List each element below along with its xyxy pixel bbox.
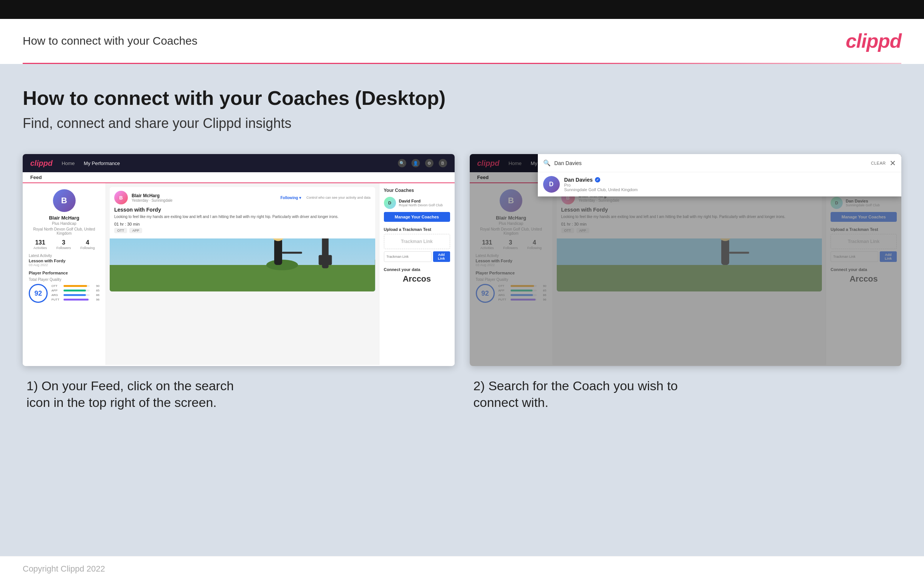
user-icon[interactable]: 👤 <box>411 159 420 167</box>
sc1-post-text: Looking to feel like my hands are exitin… <box>114 214 371 219</box>
sc1-feed-tab[interactable]: Feed <box>23 172 455 183</box>
sc1-post: B Blair McHarg Yesterday · Sunningdale F… <box>110 187 375 291</box>
settings-icon[interactable]: ⚙ <box>425 159 434 167</box>
sc1-main-feed: B Blair McHarg Yesterday · Sunningdale F… <box>106 183 379 365</box>
sc2-search-bar: 🔍 Dan Davies CLEAR ✕ <box>538 154 902 172</box>
sc2-result-role: Pro <box>564 183 638 187</box>
search-icon[interactable]: 🔍 <box>398 159 406 167</box>
sc1-perf-sub: Total Player Quality <box>29 278 99 282</box>
screenshot-block-2: clippd Home My Performance 🔍 👤 ⚙ B Feed <box>470 154 902 411</box>
sc2-result-info: Dan Davies ✓ Pro Sunningdale Golf Club, … <box>564 177 638 192</box>
sc1-bar-arg-val: 86 <box>91 293 99 297</box>
footer-copyright: Copyright Clippd 2022 <box>23 564 105 573</box>
step1-caption: 1) On your Feed, click on the searchicon… <box>23 377 455 411</box>
sc1-bar-app: APP 85 <box>52 289 99 292</box>
sc1-body: B Blair McHarg Plus Handicap Royal North… <box>23 183 455 365</box>
sc2-search-panel: 🔍 Dan Davies CLEAR ✕ D Dan Davies ✓ <box>538 154 902 196</box>
sc1-control-link[interactable]: Control who can see your activity and da… <box>306 196 371 200</box>
sc2-result-club: Sunningdale Golf Club, United Kingdom <box>564 187 638 192</box>
sc1-perf-title: Player Performance <box>29 271 99 275</box>
sc1-post-duration: 01 hr : 30 min <box>114 222 371 226</box>
svg-rect-8 <box>319 255 332 265</box>
sc1-coach-name: David Ford <box>399 199 443 203</box>
sc1-stat-following: 4 Following <box>80 239 95 250</box>
sc2-result-avatar: D <box>543 176 560 193</box>
sc1-bar-ott-track <box>63 285 90 287</box>
sc1-sidebar: B Blair McHarg Plus Handicap Royal North… <box>23 183 106 365</box>
sc1-trackman-placeholder: Trackman Link <box>384 234 450 249</box>
step1-text: 1) On your Feed, click on the searchicon… <box>26 377 451 411</box>
sc1-latest-title: Lesson with Fordy <box>29 258 99 263</box>
sc1-stats: 131 Activities 3 Followers 4 Following <box>29 239 99 250</box>
sc1-bar-app-track <box>63 289 90 291</box>
sc2-search-icon: 🔍 <box>543 159 551 167</box>
sc1-nav-icons: 🔍 👤 ⚙ B <box>398 159 447 167</box>
sc1-following-label[interactable]: Following ▾ <box>280 196 301 200</box>
header: How to connect with your Coaches clippd <box>0 19 924 63</box>
sc1-bar-putt: PUTT 96 <box>52 298 99 301</box>
sc1-stat-followers-val: 3 <box>57 239 71 246</box>
sc1-bar-putt-fill <box>63 299 89 300</box>
sc1-nav-home[interactable]: Home <box>61 161 75 166</box>
sc1-trackman-input[interactable] <box>384 251 432 262</box>
sc1-stat-following-label: Following <box>80 246 95 250</box>
sc1-post-header: B Blair McHarg Yesterday · Sunningdale F… <box>110 187 375 207</box>
sc1-bar-arg-fill <box>63 294 86 296</box>
sc1-add-link-button[interactable]: Add Link <box>433 251 450 262</box>
screenshot-frame-2: clippd Home My Performance 🔍 👤 ⚙ B Feed <box>470 154 902 366</box>
sc1-bar-putt-track <box>63 299 90 300</box>
screenshots-row: clippd Home My Performance 🔍 👤 ⚙ B Feed <box>23 154 901 411</box>
sc1-bar-putt-label: PUTT <box>52 298 62 301</box>
sc1-bar-arg-label: ARG <box>52 293 62 297</box>
sc1-user-club: Royal North Devon Golf Club, United King… <box>29 227 99 235</box>
sc1-bar-arg: ARG 86 <box>52 293 99 297</box>
sc1-stat-activities-label: Activities <box>33 246 47 250</box>
sc1-stat-activities-val: 131 <box>33 239 47 246</box>
sc1-bar-putt-val: 96 <box>91 298 99 301</box>
sc1-stat-followers: 3 Followers <box>57 239 71 250</box>
page-heading: How to connect with your Coaches (Deskto… <box>23 87 901 109</box>
sc1-bar-app-label: APP <box>52 289 62 292</box>
sc1-manage-coaches-button[interactable]: Manage Your Coaches <box>384 212 450 222</box>
sc2-result-name: Dan Davies <box>564 177 593 183</box>
sc1-post-tags: OTT APP <box>114 228 371 233</box>
sc2-search-result[interactable]: D Dan Davies ✓ Pro Sunningdale Golf Club… <box>538 172 902 196</box>
sc1-logo: clippd <box>30 159 53 168</box>
footer: Copyright Clippd 2022 <box>0 556 924 578</box>
sc1-coaches-title: Your Coaches <box>384 188 450 193</box>
sc1-arccos: Arccos <box>384 274 450 284</box>
sc1-post-activity: Lesson with Fordy <box>114 207 371 213</box>
sc2-close-button[interactable]: ✕ <box>890 159 896 168</box>
sc2-clear-button[interactable]: CLEAR <box>871 161 886 166</box>
top-bar <box>0 0 924 19</box>
sc1-stat-followers-label: Followers <box>57 246 71 250</box>
page-title: How to connect with your Coaches <box>23 34 197 47</box>
main-content: How to connect with your Coaches (Deskto… <box>0 64 924 556</box>
sc1-post-avatar: B <box>114 191 128 205</box>
sc1-bar-ott-val: 90 <box>91 284 99 288</box>
sc1-coach-club: Royal North Devon Golf Club <box>399 203 443 207</box>
sc1-latest-date: 03 Aug 2022 <box>29 263 99 267</box>
sc1-post-following: Following ▾ Control who can see your act… <box>280 196 370 200</box>
sc1-bar-ott-fill <box>63 285 87 287</box>
svg-rect-3 <box>274 239 282 265</box>
sc1-post-author-info: Blair McHarg Yesterday · Sunningdale <box>132 193 173 203</box>
avatar-icon[interactable]: B <box>439 159 447 167</box>
svg-rect-5 <box>282 252 302 253</box>
clippd-logo: clippd <box>846 29 901 52</box>
sc1-connect-label: Connect your data <box>384 267 450 272</box>
page-subheading: Find, connect and share your Clippd insi… <box>23 115 901 132</box>
sc1-post-body: Lesson with Fordy Looking to feel like m… <box>110 207 375 239</box>
sc1-feed-tab-label: Feed <box>30 174 42 180</box>
sc1-post-author-name: Blair McHarg <box>132 193 173 198</box>
sc1-post-image <box>110 239 375 291</box>
sc1-stat-activities: 131 Activities <box>33 239 47 250</box>
sc1-nav-myperformance[interactable]: My Performance <box>84 161 120 166</box>
sc2-search-input-display[interactable]: Dan Davies <box>555 160 867 166</box>
sc1-user-name: Blair McHarg <box>29 215 99 221</box>
sc1-bar-arg-track <box>63 294 90 296</box>
svg-rect-1 <box>110 265 375 291</box>
sc1-coach-row: D David Ford Royal North Devon Golf Club <box>384 197 450 209</box>
sc1-bars: OTT 90 APP <box>52 284 99 302</box>
sc1-bar-app-val: 85 <box>91 289 99 292</box>
